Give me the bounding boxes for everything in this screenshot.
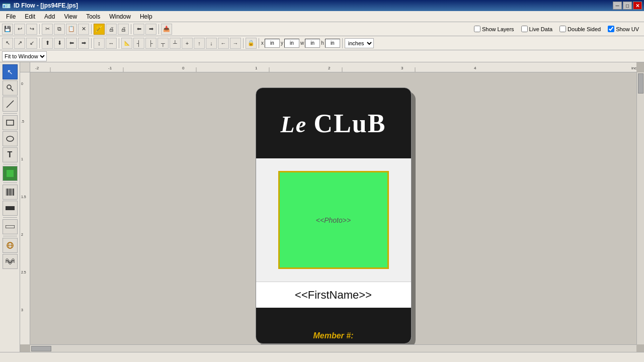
coord-tool-12[interactable]: ├ (145, 38, 156, 49)
zoombar: Fit to Window 25% 50% 75% 100% 150% 200% (0, 50, 644, 62)
card-title-le: Le (281, 112, 314, 137)
coord-tool-3[interactable]: ↙ (26, 38, 37, 49)
svg-point-4 (7, 136, 14, 141)
coord-tool-16[interactable]: ↑ (194, 38, 205, 49)
coord-tool-1[interactable]: ↖ (2, 38, 13, 49)
coord-tool-17[interactable]: ↓ (206, 38, 217, 49)
svg-text:1.5: 1.5 (21, 195, 26, 199)
svg-text:inches: inches (631, 66, 636, 70)
h-input[interactable] (325, 39, 340, 48)
coord-tool-2[interactable]: ↗ (14, 38, 25, 49)
card-footer: Member #: Type: (256, 308, 411, 344)
globe-tool[interactable] (3, 238, 18, 253)
minimize-button[interactable]: ─ (613, 2, 622, 10)
photo-placeholder-label: <<Photo>> (316, 216, 351, 224)
svg-text:-2: -2 (35, 66, 39, 70)
stripe-tool[interactable] (3, 219, 18, 234)
coord-tool-10[interactable]: 📐 (121, 38, 132, 49)
svg-text:3: 3 (401, 66, 404, 70)
coord-tool-5[interactable]: ⬇ (54, 38, 65, 49)
svg-rect-3 (7, 120, 14, 125)
cut-button[interactable]: ✂ (42, 24, 53, 35)
coord-tool-13[interactable]: ┬ (157, 38, 169, 49)
pointer-tool[interactable]: ↖ (3, 64, 18, 79)
member-type-label: Type: (324, 341, 343, 344)
svg-line-1 (11, 89, 13, 92)
svg-text:1: 1 (21, 157, 23, 161)
coord-tool-14[interactable]: ┴ (170, 38, 181, 49)
menu-edit[interactable]: Edit (21, 12, 39, 21)
titlebar: 🪪 ID Flow - [jps94FE.jps] ─ □ ✕ (0, 0, 644, 11)
lock-button[interactable]: 🔒 (246, 38, 257, 49)
rectangle-tool[interactable] (3, 115, 18, 130)
text-tool[interactable]: T (3, 147, 18, 162)
close-button[interactable]: ✕ (633, 2, 642, 10)
menu-add[interactable]: Add (40, 12, 59, 21)
vertical-scrollbar[interactable] (636, 72, 644, 344)
ellipse-tool[interactable] (3, 131, 18, 146)
coord-tool-19[interactable]: → (230, 38, 241, 49)
svg-text:4: 4 (474, 66, 476, 70)
coord-tool-6[interactable]: ⬅ (66, 38, 77, 49)
coord-tool-9[interactable]: ↔ (106, 38, 117, 49)
coord-tool-8[interactable]: ↕ (94, 38, 105, 49)
toolbar-sep-3 (131, 24, 131, 34)
redo-button[interactable]: ↪ (26, 24, 37, 35)
show-uv-checkbox[interactable]: Show UV (608, 26, 639, 32)
print-button[interactable]: 🖨 (118, 24, 129, 35)
svg-text:3: 3 (21, 308, 23, 312)
color-fill-tool[interactable] (3, 166, 18, 181)
w-input[interactable] (305, 39, 320, 48)
y-input[interactable] (284, 39, 299, 48)
x-input[interactable] (265, 39, 280, 48)
toolbar1: 💾 ↩ ↪ ✂ ⧉ 📋 ✕ 🪄 🖨 🖨 ⬅ ➡ 📥 Show Layers Li… (0, 22, 644, 36)
ruler-corner (20, 62, 30, 72)
svg-text:2: 2 (328, 66, 331, 70)
coord-tool-7[interactable]: ➡ (78, 38, 89, 49)
canvas-area[interactable]: -2 -1 0 1 2 3 4 inches (20, 62, 644, 352)
barcode-tool[interactable] (3, 185, 18, 200)
tool-sep-5 (3, 236, 17, 236)
mag-stripe-tool[interactable] (3, 201, 18, 216)
import-button[interactable]: 📥 (161, 24, 172, 35)
zoom-select[interactable]: Fit to Window 25% 50% 75% 100% 150% 200% (2, 51, 47, 61)
units-select[interactable]: inches cm mm pixels (345, 38, 374, 48)
copy-button[interactable]: ⧉ (54, 24, 65, 35)
align-left-button[interactable]: ⬅ (133, 24, 144, 35)
svg-point-0 (7, 85, 11, 89)
menu-file[interactable]: File (2, 12, 20, 21)
undo-button[interactable]: ↩ (14, 24, 25, 35)
coord-tool-15[interactable]: + (182, 38, 193, 49)
toolbar-sep-1 (39, 24, 40, 34)
wave-tool[interactable] (3, 254, 18, 269)
menu-window[interactable]: Window (105, 12, 135, 21)
svg-text:-1: -1 (108, 66, 112, 70)
left-toolbar: ↖ T (0, 62, 20, 352)
menu-help[interactable]: Help (136, 12, 156, 21)
ruler-top: -2 -1 0 1 2 3 4 inches (30, 62, 636, 72)
coord-tool-18[interactable]: ← (218, 38, 229, 49)
double-sided-checkbox[interactable]: Double Sided (559, 26, 601, 32)
coord-tool-11[interactable]: ┤ (133, 38, 144, 49)
paste-button[interactable]: 📋 (66, 24, 77, 35)
show-layers-checkbox[interactable]: Show Layers (474, 26, 514, 32)
tool-sep-4 (3, 217, 17, 218)
save-button[interactable]: 💾 (2, 24, 13, 35)
coord-tool-4[interactable]: ⬆ (42, 38, 53, 49)
align-right-button[interactable]: ➡ (145, 24, 156, 35)
live-data-checkbox[interactable]: Live Data (521, 26, 552, 32)
line-tool[interactable] (3, 97, 18, 112)
menu-view[interactable]: View (60, 12, 81, 21)
main-area: ↖ T (0, 62, 644, 352)
menu-tools[interactable]: Tools (82, 12, 104, 21)
tool-sep-1 (3, 113, 17, 114)
svg-rect-10 (11, 189, 12, 196)
print-setup-button[interactable]: 🖨 (106, 24, 117, 35)
svg-rect-9 (10, 189, 11, 196)
photo-box: <<Photo>> (278, 171, 389, 269)
zoom-tool[interactable] (3, 80, 18, 96)
horizontal-scrollbar[interactable] (30, 344, 636, 352)
wizard-button[interactable]: 🪄 (94, 24, 105, 35)
delete-button[interactable]: ✕ (78, 24, 89, 35)
maximize-button[interactable]: □ (623, 2, 632, 10)
